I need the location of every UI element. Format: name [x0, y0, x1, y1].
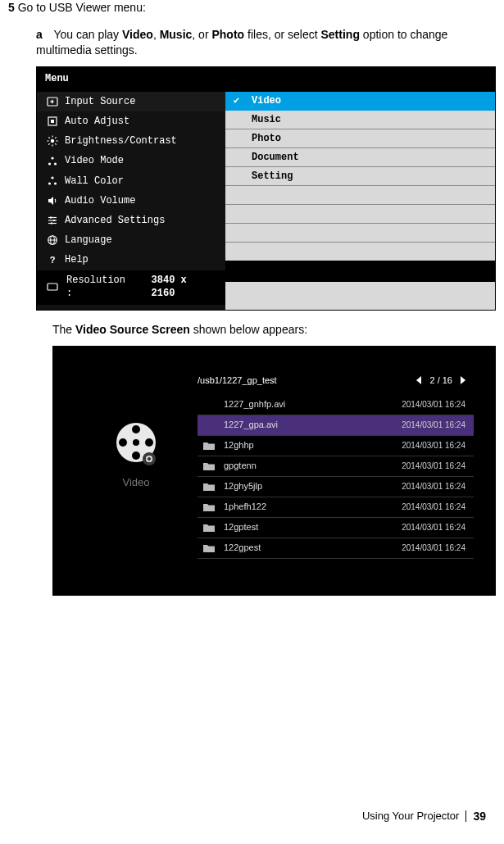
menu-item-label: Audio Volume [65, 194, 135, 207]
submenu-document[interactable]: Document [225, 148, 495, 167]
file-name: 12gptest [224, 521, 258, 533]
svg-rect-21 [50, 217, 52, 219]
submenu-photo[interactable]: Photo [225, 129, 495, 148]
menu-item-video-mode[interactable]: Video Mode [37, 151, 225, 170]
check-icon: ✔ [234, 94, 245, 107]
mid-paragraph: The Video Source Screen shown below appe… [52, 322, 496, 338]
menu-item-label: Language [65, 234, 112, 247]
menu-item-label: Video Mode [65, 154, 124, 167]
pager-prev-icon[interactable] [416, 376, 421, 384]
substep-photo: Photo [211, 28, 244, 41]
resolution-value: 3840 x 2160 [152, 274, 216, 300]
footer-divider [465, 810, 466, 822]
file-row[interactable]: 12ghhp 2014/03/01 16:24 [198, 436, 474, 456]
submenu-music[interactable]: Music [225, 111, 495, 129]
menu-item-auto-adjust[interactable]: Auto Adjust [37, 111, 225, 131]
substep-letter: a [36, 28, 43, 41]
video-file-list: 1227_gnhfp.avi 2014/03/01 16:24 1227_gpa… [198, 395, 474, 559]
file-row[interactable]: gpgtenn 2014/03/01 16:24 [198, 456, 474, 477]
svg-line-10 [48, 144, 50, 146]
file-row[interactable]: 1phefh122 2014/03/01 16:24 [198, 497, 474, 518]
svg-point-31 [132, 425, 140, 433]
file-row[interactable]: 122gpest 2014/03/01 16:24 [198, 538, 474, 559]
file-name: gpgtenn [224, 460, 257, 472]
file-date: 2014/03/01 16:24 [402, 522, 465, 533]
svg-rect-28 [48, 284, 57, 290]
pager-text: 2 / 16 [429, 374, 452, 387]
substep-video: Video [122, 28, 153, 41]
file-date: 2014/03/01 16:24 [402, 542, 465, 554]
submenu-empty [225, 243, 495, 261]
file-date: 2014/03/01 16:24 [402, 420, 465, 431]
file-date: 2014/03/01 16:24 [402, 461, 465, 472]
submenu-video[interactable]: ✔ Video [225, 92, 495, 111]
svg-rect-2 [51, 120, 54, 123]
svg-point-32 [132, 451, 140, 460]
file-name: 1phefh122 [224, 501, 266, 513]
menu-item-label: Advanced Settings [65, 214, 165, 227]
menu-item-label: Brightness/Contrast [65, 134, 177, 147]
file-name: 1227_gpa.avi [224, 419, 278, 431]
menu-right-panel: ✔ Video Music Photo Document Setti [225, 92, 495, 310]
svg-point-3 [51, 139, 54, 143]
file-row[interactable]: 1227_gnhfp.avi 2014/03/01 16:24 [198, 395, 474, 415]
video-path: /usb1/1227_gp_test [198, 374, 277, 387]
adjust-icon [47, 116, 58, 127]
substep-sep2: , or [192, 28, 211, 41]
sliders-icon [47, 215, 58, 226]
svg-point-14 [54, 162, 57, 165]
menu-item-language[interactable]: Language [37, 230, 225, 250]
file-date: 2014/03/01 16:24 [402, 399, 465, 411]
menu-item-advanced[interactable]: Advanced Settings [37, 211, 225, 230]
file-date: 2014/03/01 16:24 [402, 440, 465, 451]
menu-item-brightness[interactable]: Brightness/Contrast [37, 131, 225, 151]
menu-item-wall-color[interactable]: Wall Color [37, 171, 225, 191]
footer-section: Using Your Projector [362, 809, 460, 824]
svg-point-13 [48, 162, 51, 165]
menu-item-help[interactable]: ? Help [37, 250, 225, 270]
resolution-label: Resolution : [66, 274, 137, 300]
mid-bold: Video Source Screen [75, 323, 190, 336]
substep-sep1: , [153, 28, 160, 41]
folder-icon [202, 523, 216, 533]
folder-icon [202, 543, 216, 553]
substep-music: Music [160, 28, 193, 41]
file-row[interactable]: 12ghy5jlp 2014/03/01 16:24 [198, 477, 474, 497]
menu-item-label: Auto Adjust [65, 115, 129, 128]
substep-setting: Setting [321, 28, 360, 41]
submenu-label: Photo [252, 132, 281, 145]
mid-pre: The [52, 323, 75, 336]
file-name: 12ghhp [224, 439, 254, 451]
file-row[interactable]: 12gptest 2014/03/01 16:24 [198, 518, 474, 538]
submenu-setting[interactable]: Setting [225, 167, 495, 186]
step-number: 5 [8, 1, 15, 14]
svg-rect-23 [51, 223, 52, 225]
step-text: Go to USB Viewer menu: [18, 1, 146, 14]
svg-point-17 [54, 182, 57, 184]
speaker-icon [47, 195, 58, 206]
svg-point-34 [145, 438, 153, 447]
file-date: 2014/03/01 16:24 [402, 481, 465, 492]
substep: a You can play Video, Music, or Photo fi… [36, 27, 496, 58]
video-pager: 2 / 16 [416, 374, 465, 387]
folder-icon [202, 441, 216, 451]
svg-point-15 [51, 176, 53, 179]
submenu-label: Document [252, 151, 299, 164]
svg-text:?: ? [50, 255, 56, 265]
svg-point-30 [133, 439, 139, 446]
file-name: 12ghy5jlp [224, 480, 262, 492]
menu-right-footer [225, 261, 495, 282]
pager-next-icon[interactable] [461, 376, 465, 384]
svg-point-16 [48, 182, 51, 184]
file-row-selected[interactable]: 1227_gpa.avi 2014/03/01 16:24 [198, 415, 474, 436]
video-source-screenshot: /usb1/1227_gp_test 2 / 16 [52, 346, 496, 596]
substep-text-1: You can play [53, 28, 122, 41]
globe-icon [47, 234, 58, 246]
menu-item-audio-volume[interactable]: Audio Volume [37, 191, 225, 211]
menu-item-label: Wall Color [65, 175, 124, 188]
submenu-empty [225, 224, 495, 243]
menu-item-input-source[interactable]: Input Source [37, 92, 225, 111]
submenu-label: Video [252, 94, 281, 107]
svg-point-33 [119, 438, 127, 447]
submenu-label: Music [252, 113, 281, 126]
